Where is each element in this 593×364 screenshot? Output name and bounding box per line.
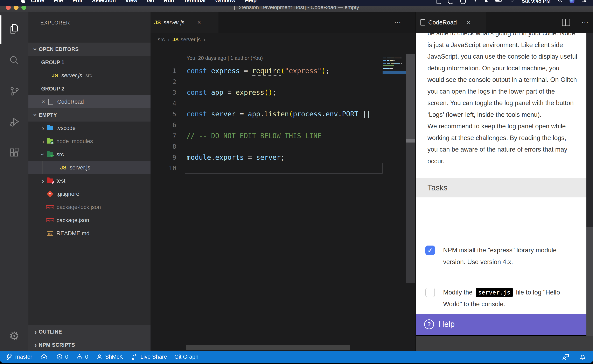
keyboard-brightness-icon[interactable] [484, 0, 488, 4]
battery-icon[interactable] [495, 0, 502, 4]
tree-item-server-js[interactable]: ›JSserver.js [28, 161, 151, 174]
breadcrumb[interactable]: src › JS server.js › … [151, 33, 416, 46]
panel-tab-bar: CodeRoad × ⋯ [416, 12, 593, 33]
shield2-icon[interactable] [460, 0, 466, 4]
shield-icon[interactable] [448, 0, 453, 4]
source-control-icon[interactable] [0, 80, 28, 102]
menu-item-code[interactable]: Code [31, 0, 44, 4]
menu-item-go[interactable]: Go [147, 0, 154, 4]
code-line-9[interactable]: 9module.exports = server; [151, 152, 416, 163]
open-editor-serverjs[interactable]: JS server.js src [28, 69, 151, 82]
apple-logo-icon[interactable] [20, 0, 25, 4]
status-item-live-share[interactable]: Live Share [131, 353, 167, 361]
editor-actions-more-icon[interactable]: ⋯ [394, 18, 401, 26]
code-line-1[interactable]: 1const express = require("express"); [151, 65, 416, 76]
tree-item-src[interactable]: ›</>src [28, 148, 151, 161]
files-section-header[interactable]: › EMPTY [28, 108, 151, 122]
extensions-icon[interactable] [0, 142, 28, 164]
open-editor-coderoad[interactable]: × CodeRoad [28, 95, 151, 108]
tree-item-test[interactable]: ›test [28, 174, 151, 187]
menu-item-window[interactable]: Window [215, 0, 235, 4]
outline-section-header[interactable]: › OUTLINE [28, 325, 151, 338]
tree-item-node-modules[interactable]: ›JSnode_modules [28, 135, 151, 148]
npm-file-icon: npm [46, 205, 54, 209]
search-icon[interactable] [0, 49, 28, 72]
tree-item-package-json[interactable]: ›npmpackage.json [28, 214, 151, 227]
feedback-icon[interactable] [561, 353, 570, 361]
code-token [207, 110, 211, 118]
status-item-label: Git Graph [174, 354, 199, 360]
status-item-0[interactable]: 0 [76, 353, 88, 360]
breadcrumb-src[interactable]: src [158, 36, 165, 43]
code-line-2[interactable]: 2 [151, 76, 416, 87]
menu-item-help[interactable]: Help [245, 0, 257, 4]
control-center-icon[interactable] [581, 0, 587, 4]
editor-group: JS server.js × ⋯ src › JS server.js › … … [151, 12, 416, 351]
code-token: ; [281, 153, 285, 162]
menu-item-run[interactable]: Run [164, 0, 174, 4]
close-icon[interactable]: × [40, 98, 47, 105]
outline-label: OUTLINE [39, 329, 62, 335]
task-text-segment: World" to the console. [443, 300, 505, 308]
code-line-5[interactable]: 5const server = app.listen(process.env.P… [151, 109, 416, 119]
file-icon [420, 19, 425, 26]
chevron-down-icon: › [32, 46, 39, 52]
task-checkbox[interactable]: ✓ [425, 246, 435, 255]
tree-item-label: package.json [56, 217, 89, 224]
line-number: 3 [151, 89, 176, 96]
task-checkbox[interactable] [425, 288, 435, 297]
tab-coderoad[interactable]: CodeRoad × [416, 12, 486, 33]
code-line-6[interactable]: 6 [151, 119, 416, 130]
run-debug-icon[interactable] [0, 111, 28, 133]
menu-item-view[interactable]: View [125, 0, 138, 4]
location-icon[interactable] [473, 0, 477, 4]
menu-item-selection[interactable]: Selection [92, 0, 116, 4]
split-editor-icon[interactable] [562, 19, 570, 26]
menu-item-file[interactable]: File [54, 0, 63, 4]
live-share-icon [131, 353, 138, 361]
code-line-7[interactable]: 7// -- DO NOT EDIT BELOW THIS LINE [151, 130, 416, 141]
close-tab-icon[interactable]: × [196, 19, 203, 26]
js-file-icon: JS [52, 72, 58, 79]
siri-icon[interactable] [570, 0, 574, 3]
codelens-annotation[interactable]: You, 20 days ago | 1 author (You) [187, 55, 263, 61]
webview-scrollbar-track[interactable] [586, 33, 593, 227]
minimap-line [383, 58, 401, 58]
task-text-segment: Modify the [443, 289, 474, 296]
tab-serverjs[interactable]: JS server.js × [151, 12, 219, 33]
scrollbar-thumb[interactable] [406, 139, 415, 143]
breadcrumb-symbol[interactable]: … [208, 36, 214, 43]
error-icon [56, 353, 63, 360]
webview-scrollbar-thumb[interactable] [586, 227, 593, 336]
menu-bar-status-area: Sat 9:45 PM [437, 0, 587, 4]
vscode-window: [Extension Development Host] - CodeRoad … [0, 3, 593, 363]
tree-item--gitignore[interactable]: ›⑂.gitignore [28, 187, 151, 201]
help-bar[interactable]: ? Help [416, 314, 593, 335]
code-line-3[interactable]: 3const app = express(); [151, 87, 416, 98]
status-item-shmck[interactable]: ShMcK [96, 353, 123, 360]
horizontal-scrollbar-thumb[interactable] [186, 345, 350, 350]
menu-bar-clock[interactable]: Sat 9:45 PM [522, 0, 551, 4]
tree-item--vscode[interactable]: ›.vscode [28, 122, 151, 135]
tree-item-package-lock-json[interactable]: ›npmpackage-lock.json [28, 201, 151, 214]
npm-scripts-section-header[interactable]: › NPM SCRIPTS [28, 338, 151, 351]
status-item-git-graph[interactable]: Git Graph [174, 354, 199, 360]
panel-more-icon[interactable]: ⋯ [581, 18, 589, 26]
code-line-4[interactable]: 4 [151, 98, 416, 109]
status-item-master[interactable]: master [5, 353, 32, 361]
open-editors-header[interactable]: › OPEN EDITORS [28, 43, 151, 56]
menu-item-terminal[interactable]: Terminal [184, 0, 206, 4]
close-tab-icon[interactable]: × [465, 19, 472, 26]
status-item-cloud-upload[interactable] [40, 353, 48, 361]
display-icon[interactable] [437, 0, 441, 4]
manage-gear-icon[interactable]: ⚙ [0, 325, 28, 347]
breadcrumb-file[interactable]: server.js [180, 36, 200, 43]
notifications-bell-icon[interactable] [579, 353, 587, 361]
menu-item-edit[interactable]: Edit [73, 0, 83, 4]
status-item-0[interactable]: 0 [56, 353, 68, 360]
code-line-8[interactable]: 8 [151, 141, 416, 152]
wifi-icon[interactable] [509, 0, 515, 4]
spotlight-icon[interactable] [558, 0, 563, 4]
tree-item-readme-md[interactable]: ›M↓README.md [28, 227, 151, 240]
explorer-icon[interactable] [0, 18, 28, 40]
